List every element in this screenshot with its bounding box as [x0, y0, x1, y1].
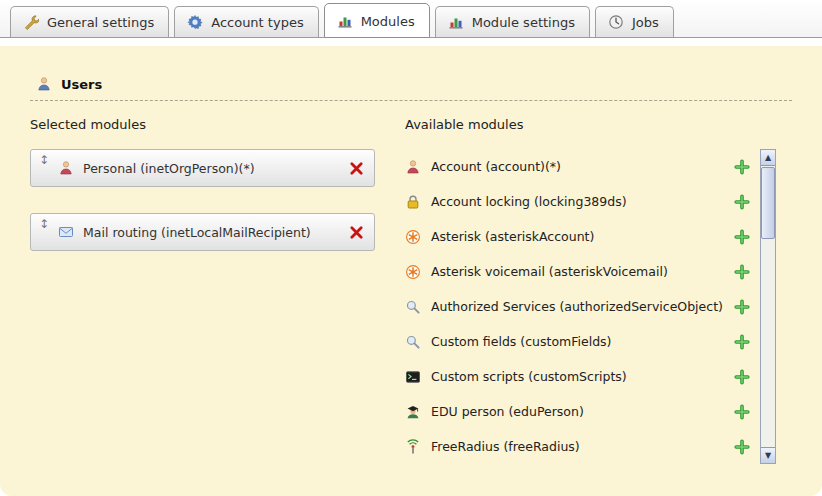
available-module-label: Authorized Services (authorizedServiceOb… — [431, 299, 724, 314]
add-module-button[interactable] — [734, 404, 750, 420]
mail-icon — [58, 224, 74, 240]
selected-module-label: Personal (inetOrgPerson)(*) — [83, 161, 340, 176]
add-module-button[interactable] — [734, 299, 750, 315]
lam-configuration-window: General settings Account types Modules M… — [0, 0, 822, 496]
available-module-label: Custom scripts (customScripts) — [431, 369, 724, 384]
tab-general-settings[interactable]: General settings — [10, 6, 169, 37]
scrollbar-track[interactable] — [761, 166, 775, 447]
tab-label: Jobs — [632, 15, 659, 30]
asterisk-icon — [405, 264, 421, 280]
available-module-row: FreeRadius (freeRadius) — [405, 429, 750, 464]
selected-module-row-mail-routing[interactable]: ↕ Mail routing (inetLocalMailRecipient) — [30, 213, 375, 251]
lock-icon — [405, 194, 421, 210]
available-module-row: Custom fields (customFields) — [405, 324, 750, 359]
available-modules-scrollbar[interactable]: ▲ ▼ — [760, 149, 776, 464]
magnifier-icon — [405, 334, 421, 350]
section-title: Users — [61, 77, 102, 92]
users-icon — [36, 76, 52, 92]
graduate-icon — [405, 404, 421, 420]
tab-module-settings[interactable]: Module settings — [435, 6, 590, 37]
selected-module-row-personal[interactable]: ↕ Personal (inetOrgPerson)(*) — [30, 149, 375, 187]
tab-label: General settings — [47, 15, 154, 30]
tab-jobs[interactable]: Jobs — [595, 6, 674, 37]
person-icon — [58, 160, 74, 176]
available-module-label: Account locking (locking389ds) — [431, 194, 724, 209]
available-module-row: EDU person (eduPerson) — [405, 394, 750, 429]
available-module-label: Account (account)(*) — [431, 159, 724, 174]
tab-label: Module settings — [472, 15, 575, 30]
scroll-down-button[interactable]: ▼ — [761, 447, 775, 463]
available-module-label: Asterisk (asteriskAccount) — [431, 229, 724, 244]
available-module-row: Asterisk (asteriskAccount) — [405, 219, 750, 254]
available-modules-column: Available modules Account (account)(*) — [405, 117, 776, 464]
selected-modules-column: Selected modules ↕ Personal (inetOrgPers… — [30, 117, 375, 464]
person-icon — [405, 159, 421, 175]
selected-module-label: Mail routing (inetLocalMailRecipient) — [83, 225, 340, 240]
add-module-button[interactable] — [734, 334, 750, 350]
available-module-label: Asterisk voicemail (asteriskVoicemail) — [431, 264, 724, 279]
available-module-label: FreeRadius (freeRadius) — [431, 439, 724, 454]
gear-icon — [187, 14, 203, 30]
tab-label: Modules — [361, 14, 415, 29]
available-modules-list: Account (account)(*) Account locking (lo… — [405, 149, 750, 464]
selected-modules-heading: Selected modules — [30, 117, 375, 133]
modules-panel: Users Selected modules ↕ Personal (inetO… — [0, 46, 822, 496]
available-module-row: Account locking (locking389ds) — [405, 184, 750, 219]
add-module-button[interactable] — [734, 194, 750, 210]
tab-account-types[interactable]: Account types — [174, 6, 318, 37]
available-module-row: Account (account)(*) — [405, 149, 750, 184]
available-module-label: EDU person (eduPerson) — [431, 404, 724, 419]
available-modules-heading: Available modules — [405, 117, 776, 133]
magnifier-icon — [405, 299, 421, 315]
tab-bar: General settings Account types Modules M… — [0, 0, 822, 38]
available-module-row: Custom scripts (customScripts) — [405, 359, 750, 394]
terminal-icon — [405, 369, 421, 385]
available-module-row: Authorized Services (authorizedServiceOb… — [405, 289, 750, 324]
add-module-button[interactable] — [734, 229, 750, 245]
wrench-icon — [23, 14, 39, 30]
modules-icon — [448, 14, 464, 30]
drag-handle-icon[interactable]: ↕ — [39, 150, 49, 166]
modules-columns: Selected modules ↕ Personal (inetOrgPers… — [30, 117, 792, 464]
add-module-button[interactable] — [734, 369, 750, 385]
available-module-row: Asterisk voicemail (asteriskVoicemail) — [405, 254, 750, 289]
asterisk-icon — [405, 229, 421, 245]
tab-label: Account types — [211, 15, 303, 30]
users-section-header: Users — [30, 76, 792, 101]
drag-handle-icon[interactable]: ↕ — [39, 214, 49, 230]
remove-module-button[interactable] — [349, 161, 364, 176]
add-module-button[interactable] — [734, 159, 750, 175]
modules-icon — [337, 13, 353, 29]
wifi-icon — [405, 439, 421, 455]
tab-modules[interactable]: Modules — [324, 3, 430, 38]
scroll-up-button[interactable]: ▲ — [761, 150, 775, 166]
clock-icon — [608, 14, 624, 30]
available-module-label: Custom fields (customFields) — [431, 334, 724, 349]
add-module-button[interactable] — [734, 439, 750, 455]
add-module-button[interactable] — [734, 264, 750, 280]
remove-module-button[interactable] — [349, 225, 364, 240]
scrollbar-thumb[interactable] — [761, 167, 775, 239]
